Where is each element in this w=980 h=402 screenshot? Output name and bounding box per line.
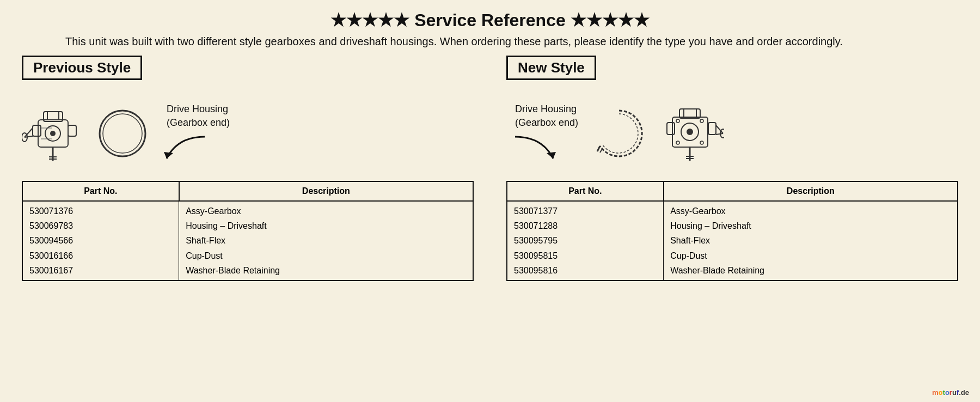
- svg-marker-18: [164, 152, 173, 159]
- svg-point-29: [676, 141, 679, 144]
- svg-marker-19: [547, 152, 556, 159]
- new-style-column: New Style Drive Housing (Gearbox end): [506, 56, 958, 281]
- new-parts-descriptions: Assy-GearboxHousing – DriveshaftShaft-Fl…: [664, 201, 958, 281]
- header-section: ★★★★★ Service Reference ★★★★★ This unit …: [22, 10, 958, 49]
- svg-point-28: [700, 119, 703, 123]
- previous-gearbox-icon: [22, 98, 87, 169]
- svg-rect-24: [708, 123, 716, 135]
- previous-drive-housing-label: Drive Housing (Gearbox end): [161, 102, 235, 164]
- svg-point-30: [700, 141, 703, 144]
- previous-table-header-part: Part No.: [22, 181, 179, 201]
- new-ring-icon: [589, 103, 649, 163]
- previous-style-diagram: Drive Housing (Gearbox end): [22, 86, 474, 181]
- new-drive-housing-label: Drive Housing (Gearbox end): [510, 102, 584, 164]
- previous-parts-descriptions: Assy-GearboxHousing – DriveshaftShaft-Fl…: [179, 201, 473, 281]
- previous-parts-table: Part No. Description 5300713765300697835…: [22, 181, 474, 281]
- main-title: ★★★★★ Service Reference ★★★★★: [22, 10, 958, 31]
- subtitle: This unit was built with two different s…: [22, 34, 958, 49]
- new-arrow-icon: [510, 134, 559, 164]
- columns-container: Previous Style: [22, 56, 958, 281]
- table-row: 5300713765300697835300945665300161665300…: [22, 201, 473, 281]
- page-container: ★★★★★ Service Reference ★★★★★ This unit …: [0, 0, 980, 402]
- new-table-header-part: Part No.: [507, 181, 664, 201]
- svg-line-20: [597, 146, 600, 151]
- svg-point-4: [50, 131, 56, 136]
- previous-ring-icon: [93, 103, 152, 163]
- new-parts-table: Part No. Description 5300713775300712885…: [506, 181, 958, 281]
- previous-arrow-icon: [161, 134, 210, 164]
- new-table-header-desc: Description: [664, 181, 958, 201]
- previous-style-label: Previous Style: [22, 56, 142, 80]
- new-style-diagram: Drive Housing (Gearbox end): [506, 86, 958, 181]
- motoruf-watermark: motoruf.de: [932, 388, 969, 397]
- previous-style-column: Previous Style: [22, 56, 474, 281]
- new-parts-numbers: 5300713775300712885300957955300958155300…: [507, 201, 664, 281]
- svg-point-26: [687, 129, 693, 135]
- table-row: 5300713775300712885300957955300958155300…: [507, 201, 958, 281]
- previous-parts-numbers: 5300713765300697835300945665300161665300…: [22, 201, 179, 281]
- svg-line-38: [716, 133, 723, 135]
- new-style-label: New Style: [506, 56, 596, 80]
- svg-rect-23: [667, 123, 675, 135]
- previous-table-header-desc: Description: [179, 181, 473, 201]
- svg-rect-2: [68, 125, 76, 136]
- svg-rect-1: [33, 125, 41, 136]
- svg-point-27: [676, 119, 679, 123]
- new-gearbox-icon: [659, 98, 724, 169]
- svg-point-16: [100, 111, 145, 156]
- svg-point-17: [103, 114, 142, 153]
